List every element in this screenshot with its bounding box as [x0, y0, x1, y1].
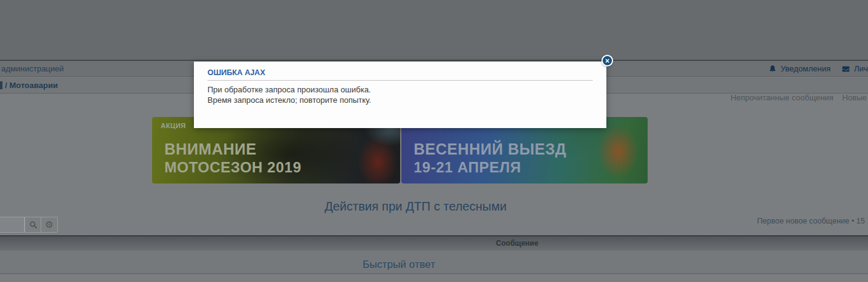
- banner-line1: ВЕСЕННИЙ ВЫЕЗД: [414, 140, 566, 158]
- new-messages-link[interactable]: Новые: [842, 93, 867, 102]
- bullet-separator: •: [851, 217, 854, 225]
- quick-reply-title: Быстрый ответ: [0, 259, 798, 271]
- search-icon: [29, 220, 38, 229]
- dialog-close-button[interactable]: ×: [601, 55, 613, 66]
- new-post-count: 15: [856, 217, 865, 225]
- dialog-divider: [207, 80, 593, 81]
- search-button[interactable]: [25, 217, 41, 233]
- search-options-button[interactable]: ⚙: [41, 217, 58, 233]
- banner-badge: АКЦИЯ: [161, 122, 186, 129]
- toolbar-right-links: Уведомления Личные: [768, 64, 868, 73]
- message-column-header: Сообщение: [166, 239, 868, 248]
- page-header-band: [0, 0, 868, 60]
- inbox-icon: [842, 65, 850, 73]
- bottom-strip: [0, 275, 868, 282]
- banner-line2: 19-21 АПРЕЛЯ: [414, 158, 566, 176]
- thread-title: Действия при ДТП с телесными: [0, 199, 831, 214]
- ajax-error-dialog: ОШИБКА AJAX При обработке запроса произо…: [194, 62, 606, 128]
- admin-contact-link[interactable]: администрацией: [1, 64, 64, 73]
- bell-icon: [768, 65, 777, 73]
- first-new-message-row: Первое новое сообщение • 15: [757, 217, 865, 225]
- banner-line2: МОТОСЕЗОН 2019: [164, 158, 302, 176]
- thread-tool-links: Непрочитанные сообщения Новые: [731, 93, 867, 102]
- banner-line1: ВНИМАНИЕ: [164, 140, 302, 158]
- dialog-title: ОШИБКА AJAX: [207, 68, 593, 77]
- first-new-message-link[interactable]: Первое новое сообщение: [757, 217, 850, 225]
- private-messages-link[interactable]: Личные: [854, 64, 868, 73]
- search-input[interactable]: [0, 217, 25, 233]
- banner-spring-ride-text: ВЕСЕННИЙ ВЫЕЗД 19-21 АПРЕЛЯ: [414, 140, 566, 176]
- dialog-message-line1: При обработке запроса произошла ошибка.: [207, 85, 593, 95]
- unread-messages-link[interactable]: Непрочитанные сообщения: [731, 93, 834, 102]
- dialog-message-line2: Время запроса истекло; повторите попытку…: [207, 95, 593, 106]
- notifications-link[interactable]: Уведомления: [781, 64, 830, 73]
- gear-icon: ⚙: [45, 219, 53, 230]
- dialog-message: При обработке запроса произошла ошибка. …: [207, 85, 593, 105]
- breadcrumb[interactable]: / Мотоаварии: [5, 81, 58, 90]
- breadcrumb-cut-fragment: [0, 81, 2, 89]
- banner-motoseason-text: ВНИМАНИЕ МОТОСЕЗОН 2019: [164, 140, 302, 176]
- close-icon: ×: [605, 57, 609, 65]
